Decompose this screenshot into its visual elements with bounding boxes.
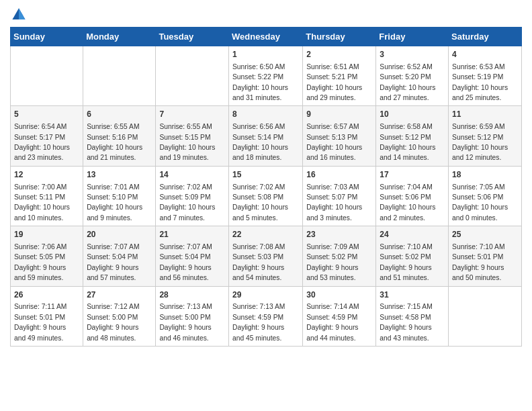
day-info: Sunrise: 7:12 AM Sunset: 5:00 PM Dayligh… xyxy=(87,303,139,341)
calendar-cell: 21Sunrise: 7:07 AM Sunset: 5:04 PM Dayli… xyxy=(156,226,229,286)
day-number: 14 xyxy=(159,169,225,181)
day-number: 26 xyxy=(14,289,79,301)
calendar-cell: 3Sunrise: 6:52 AM Sunset: 5:20 PM Daylig… xyxy=(376,46,449,106)
day-number: 5 xyxy=(14,109,79,120)
day-info: Sunrise: 7:10 AM Sunset: 5:01 PM Dayligh… xyxy=(452,243,504,281)
day-info: Sunrise: 7:15 AM Sunset: 4:58 PM Dayligh… xyxy=(380,303,432,341)
calendar-cell: 1Sunrise: 6:50 AM Sunset: 5:22 PM Daylig… xyxy=(228,46,302,106)
calendar-cell: 10Sunrise: 6:58 AM Sunset: 5:12 PM Dayli… xyxy=(376,106,449,166)
day-info: Sunrise: 7:00 AM Sunset: 5:11 PM Dayligh… xyxy=(14,183,70,222)
calendar-cell: 24Sunrise: 7:10 AM Sunset: 5:02 PM Dayli… xyxy=(376,226,449,286)
day-number: 9 xyxy=(306,109,372,120)
calendar-cell xyxy=(11,46,83,106)
day-info: Sunrise: 6:53 AM Sunset: 5:19 PM Dayligh… xyxy=(452,63,508,101)
day-number: 27 xyxy=(87,289,152,301)
calendar-cell: 27Sunrise: 7:12 AM Sunset: 5:00 PM Dayli… xyxy=(83,286,156,346)
day-header-friday: Friday xyxy=(376,28,449,46)
calendar-week-4: 19Sunrise: 7:06 AM Sunset: 5:05 PM Dayli… xyxy=(11,226,522,286)
day-info: Sunrise: 7:09 AM Sunset: 5:02 PM Dayligh… xyxy=(306,243,359,281)
day-info: Sunrise: 6:59 AM Sunset: 5:12 PM Dayligh… xyxy=(452,123,508,161)
calendar-cell: 15Sunrise: 7:02 AM Sunset: 5:08 PM Dayli… xyxy=(228,166,302,226)
day-number: 6 xyxy=(87,109,152,120)
day-number: 17 xyxy=(380,169,445,181)
calendar-cell xyxy=(83,46,156,106)
day-number: 21 xyxy=(159,229,225,240)
calendar-week-2: 5Sunrise: 6:54 AM Sunset: 5:17 PM Daylig… xyxy=(11,106,522,166)
day-info: Sunrise: 7:02 AM Sunset: 5:09 PM Dayligh… xyxy=(159,183,215,222)
calendar-cell: 23Sunrise: 7:09 AM Sunset: 5:02 PM Dayli… xyxy=(303,226,376,286)
day-info: Sunrise: 7:13 AM Sunset: 4:59 PM Dayligh… xyxy=(232,303,285,341)
day-info: Sunrise: 6:51 AM Sunset: 5:21 PM Dayligh… xyxy=(306,63,362,101)
page: SundayMondayTuesdayWednesdayThursdayFrid… xyxy=(0,0,532,357)
day-info: Sunrise: 6:58 AM Sunset: 5:12 PM Dayligh… xyxy=(380,123,435,161)
day-number: 18 xyxy=(452,169,518,181)
calendar-week-1: 1Sunrise: 6:50 AM Sunset: 5:22 PM Daylig… xyxy=(11,46,522,106)
calendar-table: SundayMondayTuesdayWednesdayThursdayFrid… xyxy=(10,27,522,347)
calendar-cell: 31Sunrise: 7:15 AM Sunset: 4:58 PM Dayli… xyxy=(376,286,449,346)
day-info: Sunrise: 7:13 AM Sunset: 5:00 PM Dayligh… xyxy=(159,303,212,341)
day-info: Sunrise: 6:56 AM Sunset: 5:14 PM Dayligh… xyxy=(232,123,288,161)
day-info: Sunrise: 7:07 AM Sunset: 5:04 PM Dayligh… xyxy=(87,243,139,281)
calendar-cell: 8Sunrise: 6:56 AM Sunset: 5:14 PM Daylig… xyxy=(228,106,302,166)
calendar-cell: 9Sunrise: 6:57 AM Sunset: 5:13 PM Daylig… xyxy=(303,106,376,166)
day-info: Sunrise: 7:05 AM Sunset: 5:06 PM Dayligh… xyxy=(452,183,508,222)
day-number: 29 xyxy=(232,289,299,301)
logo xyxy=(10,7,29,21)
calendar-cell: 12Sunrise: 7:00 AM Sunset: 5:11 PM Dayli… xyxy=(11,166,83,226)
calendar-cell: 30Sunrise: 7:14 AM Sunset: 4:59 PM Dayli… xyxy=(303,286,376,346)
day-info: Sunrise: 7:11 AM Sunset: 5:01 PM Dayligh… xyxy=(14,303,66,341)
calendar-cell: 7Sunrise: 6:55 AM Sunset: 5:15 PM Daylig… xyxy=(156,106,229,166)
day-number: 8 xyxy=(232,109,299,120)
calendar-cell: 19Sunrise: 7:06 AM Sunset: 5:05 PM Dayli… xyxy=(11,226,83,286)
calendar-cell: 5Sunrise: 6:54 AM Sunset: 5:17 PM Daylig… xyxy=(11,106,83,166)
day-number: 15 xyxy=(232,169,299,181)
day-header-saturday: Saturday xyxy=(449,28,522,46)
day-info: Sunrise: 7:10 AM Sunset: 5:02 PM Dayligh… xyxy=(380,243,432,281)
day-info: Sunrise: 6:54 AM Sunset: 5:17 PM Dayligh… xyxy=(14,123,70,161)
day-number: 28 xyxy=(159,289,225,301)
calendar-cell: 2Sunrise: 6:51 AM Sunset: 5:21 PM Daylig… xyxy=(303,46,376,106)
day-header-sunday: Sunday xyxy=(11,28,83,46)
day-number: 11 xyxy=(452,109,518,120)
day-number: 12 xyxy=(14,169,79,181)
calendar-cell: 13Sunrise: 7:01 AM Sunset: 5:10 PM Dayli… xyxy=(83,166,156,226)
calendar-cell: 25Sunrise: 7:10 AM Sunset: 5:01 PM Dayli… xyxy=(449,226,522,286)
calendar-header-row: SundayMondayTuesdayWednesdayThursdayFrid… xyxy=(11,28,522,46)
calendar-cell: 29Sunrise: 7:13 AM Sunset: 4:59 PM Dayli… xyxy=(228,286,302,346)
day-number: 13 xyxy=(87,169,152,181)
day-info: Sunrise: 6:52 AM Sunset: 5:20 PM Dayligh… xyxy=(380,63,435,101)
calendar-cell: 6Sunrise: 6:55 AM Sunset: 5:16 PM Daylig… xyxy=(83,106,156,166)
day-info: Sunrise: 7:01 AM Sunset: 5:10 PM Dayligh… xyxy=(87,183,142,222)
day-number: 31 xyxy=(380,289,445,301)
calendar-cell: 11Sunrise: 6:59 AM Sunset: 5:12 PM Dayli… xyxy=(449,106,522,166)
calendar-cell xyxy=(449,286,522,346)
calendar-cell: 16Sunrise: 7:03 AM Sunset: 5:07 PM Dayli… xyxy=(303,166,376,226)
day-number: 22 xyxy=(232,229,299,240)
day-number: 3 xyxy=(380,49,445,60)
day-number: 1 xyxy=(232,49,299,60)
calendar-cell: 28Sunrise: 7:13 AM Sunset: 5:00 PM Dayli… xyxy=(156,286,229,346)
day-number: 4 xyxy=(452,49,518,60)
calendar-week-5: 26Sunrise: 7:11 AM Sunset: 5:01 PM Dayli… xyxy=(11,286,522,346)
header xyxy=(10,7,522,21)
day-info: Sunrise: 7:14 AM Sunset: 4:59 PM Dayligh… xyxy=(306,303,359,341)
logo-icon xyxy=(11,7,26,21)
calendar-cell: 4Sunrise: 6:53 AM Sunset: 5:19 PM Daylig… xyxy=(449,46,522,106)
day-header-wednesday: Wednesday xyxy=(228,28,302,46)
calendar-cell xyxy=(156,46,229,106)
day-number: 10 xyxy=(380,109,445,120)
day-info: Sunrise: 7:02 AM Sunset: 5:08 PM Dayligh… xyxy=(232,183,288,222)
calendar-cell: 17Sunrise: 7:04 AM Sunset: 5:06 PM Dayli… xyxy=(376,166,449,226)
calendar-cell: 14Sunrise: 7:02 AM Sunset: 5:09 PM Dayli… xyxy=(156,166,229,226)
day-number: 20 xyxy=(87,229,152,240)
day-info: Sunrise: 6:50 AM Sunset: 5:22 PM Dayligh… xyxy=(232,63,288,101)
day-info: Sunrise: 6:57 AM Sunset: 5:13 PM Dayligh… xyxy=(306,123,362,161)
day-header-monday: Monday xyxy=(83,28,156,46)
day-info: Sunrise: 7:08 AM Sunset: 5:03 PM Dayligh… xyxy=(232,243,285,281)
calendar-cell: 22Sunrise: 7:08 AM Sunset: 5:03 PM Dayli… xyxy=(228,226,302,286)
day-header-thursday: Thursday xyxy=(303,28,376,46)
day-number: 7 xyxy=(159,109,225,120)
day-number: 16 xyxy=(306,169,372,181)
day-info: Sunrise: 6:55 AM Sunset: 5:15 PM Dayligh… xyxy=(159,123,215,161)
day-number: 2 xyxy=(306,49,372,60)
